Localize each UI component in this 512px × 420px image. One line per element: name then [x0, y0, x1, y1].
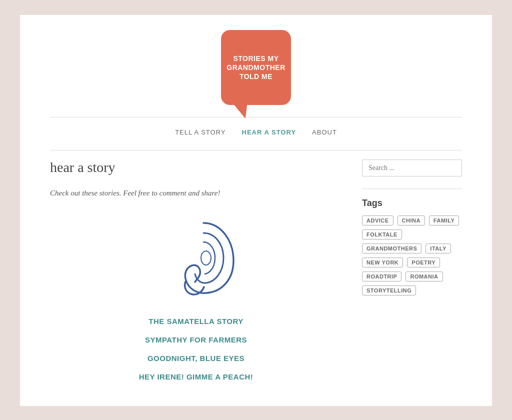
logo-bubble: STORIES MY GRANDMOTHER TOLD ME: [221, 30, 291, 105]
tag-item[interactable]: POETRY: [407, 258, 440, 268]
main-content: hear a story Check out these stories. Fe…: [50, 160, 342, 386]
inner-card: STORIES MY GRANDMOTHER TOLD ME TELL A ST…: [20, 15, 492, 406]
tag-item[interactable]: NEW YORK: [362, 258, 403, 268]
outer-wrapper: STORIES MY GRANDMOTHER TOLD ME TELL A ST…: [0, 0, 512, 420]
top-divider: [50, 117, 462, 118]
sidebar-divider: [362, 188, 462, 189]
tags-heading: Tags: [362, 198, 462, 208]
logo-area: STORIES MY GRANDMOTHER TOLD ME: [50, 30, 462, 105]
tag-item[interactable]: ITALY: [426, 244, 450, 254]
intro-text: Check out these stories. Feel free to co…: [50, 188, 342, 199]
search-input[interactable]: [362, 160, 462, 176]
nav-hear-a-story[interactable]: HEAR A STORY: [242, 128, 296, 136]
tag-item[interactable]: CHINA: [398, 216, 425, 226]
tag-item[interactable]: FAMILY: [429, 216, 459, 226]
ear-illustration: [50, 213, 342, 298]
story-link-goodnight[interactable]: Goodnight, Blue Eyes: [50, 349, 342, 368]
svg-point-0: [201, 251, 211, 265]
logo-text: STORIES MY GRANDMOTHER TOLD ME: [226, 54, 286, 82]
tag-item[interactable]: STORYTELLING: [362, 286, 416, 296]
tag-item[interactable]: ADVICE: [362, 216, 394, 226]
sidebar: Tags ADVICECHINAFAMILYFOLKTALEGRANDMOTHE…: [362, 160, 462, 386]
tag-item[interactable]: ROMANIA: [406, 272, 442, 282]
story-list: The Samatella Story Sympathy for Farmers…: [50, 312, 342, 386]
story-link-sympathy[interactable]: Sympathy for Farmers: [50, 330, 342, 349]
tags-container: ADVICECHINAFAMILYFOLKTALEGRANDMOTHERSITA…: [362, 216, 462, 296]
nav-divider: [50, 150, 462, 150]
nav-about[interactable]: ABOUT: [312, 128, 337, 136]
nav-tell-a-story[interactable]: TELL A STORY: [175, 128, 226, 136]
tag-item[interactable]: GRANDMOTHERS: [362, 244, 422, 254]
story-link-samatella[interactable]: The Samatella Story: [50, 312, 342, 330]
page-title: hear a story: [50, 160, 342, 176]
story-link-irene[interactable]: Hey Irene! Gimme A Peach!: [50, 368, 342, 386]
ear-svg: [156, 213, 236, 298]
tag-item[interactable]: ROADTRIP: [362, 272, 402, 282]
tag-item[interactable]: FOLKTALE: [362, 230, 402, 240]
content-area: hear a story Check out these stories. Fe…: [50, 160, 462, 386]
main-nav: TELL A STORY HEAR A STORY ABOUT: [50, 124, 462, 143]
